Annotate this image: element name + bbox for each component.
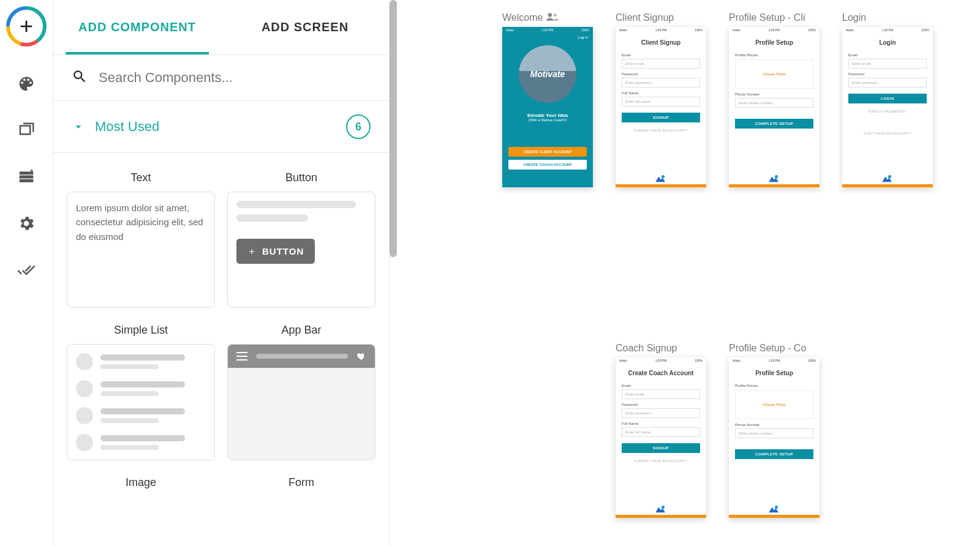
- people-icon: [546, 12, 559, 23]
- component-app-bar[interactable]: [227, 344, 375, 460]
- svg-point-7: [775, 506, 778, 509]
- component-panel: ADD COMPONENT ADD SCREEN Most Used 6 Tex…: [53, 0, 390, 546]
- hamburger-icon: [236, 352, 247, 361]
- text-sample: Lorem ipsum dolor sit amet, consectetur …: [76, 201, 206, 244]
- screen-client-signup[interactable]: Client Signup Adalo1:00 PM100% Client Si…: [616, 12, 706, 187]
- component-simple-list[interactable]: [67, 344, 215, 460]
- screen-title-label: Profile Setup - Co: [729, 343, 820, 354]
- screen-profile-setup-coach[interactable]: Profile Setup - Co Adalo1:00 PM100% Prof…: [729, 343, 820, 518]
- screen-coach-signup[interactable]: Coach Signup Adalo1:00 PM100% Create Coa…: [616, 343, 706, 518]
- brand-logo: Motivate: [519, 45, 576, 103]
- screen-title-label: Client Signup: [616, 12, 706, 23]
- screen-title-label: Profile Setup - Cli: [729, 12, 820, 23]
- section-most-used[interactable]: Most Used 6: [53, 101, 389, 153]
- footer-logo-icon: [881, 174, 894, 184]
- screen-welcome[interactable]: Welcome Adalo1:00 PM100% Log In Motivate…: [502, 12, 593, 187]
- canvas[interactable]: Welcome Adalo1:00 PM100% Log In Motivate…: [398, 0, 980, 546]
- comp-label-text: Text: [130, 171, 151, 184]
- screen-login[interactable]: Login Adalo1:00 PM100% Login EmailEnter …: [842, 12, 933, 187]
- database-icon[interactable]: [17, 168, 36, 186]
- create-client-button: CREATE CLIENT ACCOUNT: [508, 147, 587, 157]
- svg-point-1: [548, 13, 552, 17]
- screen-profile-setup-client[interactable]: Profile Setup - Cli Adalo1:00 PM100% Pro…: [729, 12, 820, 187]
- search-input[interactable]: [99, 70, 371, 86]
- section-title: Most Used: [95, 119, 336, 135]
- footer-logo-icon: [654, 505, 668, 514]
- screens-icon[interactable]: [17, 121, 36, 140]
- search-icon: [72, 69, 88, 87]
- svg-point-2: [554, 13, 557, 17]
- comp-label-form: Form: [288, 476, 314, 489]
- component-button[interactable]: BUTTON: [227, 192, 375, 308]
- create-coach-button: CREATE COACH ACCOUNT: [508, 160, 587, 170]
- svg-point-3: [662, 175, 665, 178]
- section-count: 6: [346, 114, 371, 139]
- footer-logo-icon: [767, 505, 781, 514]
- palette-icon[interactable]: [17, 75, 36, 93]
- comp-label-button: Button: [285, 171, 317, 184]
- heart-icon: [356, 351, 366, 361]
- component-text[interactable]: Lorem ipsum dolor sit amet, consectetur …: [67, 192, 215, 308]
- settings-icon[interactable]: [17, 214, 36, 233]
- left-rail: [0, 0, 53, 546]
- panel-scrollbar[interactable]: [390, 0, 397, 257]
- tab-add-component[interactable]: ADD COMPONENT: [53, 0, 221, 54]
- comp-label-app-bar: App Bar: [281, 324, 321, 337]
- svg-point-5: [888, 175, 891, 178]
- svg-point-4: [775, 175, 778, 178]
- comp-label-simple-list: Simple List: [114, 324, 168, 337]
- search-row: [53, 55, 389, 101]
- tab-add-screen[interactable]: ADD SCREEN: [221, 0, 389, 54]
- button-preview: BUTTON: [236, 239, 315, 264]
- add-button[interactable]: [6, 6, 47, 47]
- comp-label-image: Image: [126, 476, 156, 489]
- screen-title-label: Coach Signup: [616, 343, 706, 354]
- chevron-down-icon: [72, 120, 85, 133]
- component-grid: Text Lorem ipsum dolor sit amet, consect…: [53, 153, 389, 546]
- done-all-icon[interactable]: [17, 261, 36, 279]
- svg-point-6: [662, 506, 665, 509]
- screen-title-label: Welcome: [502, 12, 543, 23]
- footer-logo-icon: [767, 174, 781, 184]
- screen-title-label: Login: [842, 12, 933, 23]
- footer-logo-icon: [654, 174, 668, 184]
- login-link: Log In: [578, 36, 588, 39]
- plus-icon: [10, 10, 43, 43]
